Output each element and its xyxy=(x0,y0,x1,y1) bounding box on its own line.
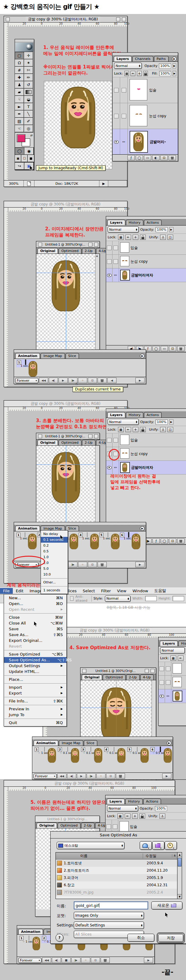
frame-5[interactable]: 5 0.1 sec. xyxy=(127,746,148,754)
layer-style-button[interactable]: ƒ xyxy=(152,538,160,544)
opacity-slider-icon[interactable]: ▶ xyxy=(173,63,176,68)
delay-1.0[interactable]: 1.0 xyxy=(41,554,68,560)
tab-optimized[interactable]: Optimized xyxy=(59,440,81,445)
menu-item-save-as[interactable]: Save As...⇧⌘S xyxy=(4,632,66,638)
menu-file[interactable]: File xyxy=(0,588,13,594)
healing-brush-tool[interactable]: ✚ xyxy=(14,74,24,81)
menu-filter[interactable]: Filter xyxy=(98,588,114,594)
layer-row-lips[interactable]: 입술 xyxy=(112,77,178,103)
layer-set-button[interactable]: ▭ xyxy=(161,346,168,351)
visibility-checkbox[interactable] xyxy=(159,667,164,671)
rewind-button[interactable]: ◀◀ xyxy=(42,958,51,963)
unify-visibility-button[interactable]: ◫ xyxy=(167,235,173,240)
layer-thumbnail[interactable] xyxy=(120,242,129,253)
status-arrow-icon[interactable]: ▶ xyxy=(99,180,108,186)
layer-thumbnail[interactable] xyxy=(130,105,147,126)
tab-4up[interactable]: 4-Up xyxy=(140,675,154,680)
format-select[interactable]: Images Only xyxy=(74,912,144,919)
menu-item-save[interactable]: Save⌘S xyxy=(4,626,66,632)
delete-layer-button[interactable] xyxy=(177,538,184,544)
lock-position-button[interactable]: ✛ xyxy=(133,427,138,432)
dodge-tool[interactable]: ◒ xyxy=(24,95,33,103)
menu-item-export-original[interactable]: Export Original... xyxy=(4,638,66,643)
delete-layer-button[interactable] xyxy=(177,346,184,351)
tab-layers[interactable]: Layers xyxy=(114,56,132,62)
link-checkbox[interactable] xyxy=(114,438,118,442)
tween-button[interactable]: ⁘ xyxy=(81,958,90,963)
brush-tool[interactable]: ✏ xyxy=(24,74,33,81)
layer-thumbnail[interactable] xyxy=(120,256,129,266)
menu-item-file-info[interactable]: File Info...⇧⌘K xyxy=(4,698,66,704)
doc-titlebar[interactable]: Untitled-1 @ 300%(Origi… xyxy=(80,668,156,674)
tab-optimized[interactable]: Optimized xyxy=(103,675,125,680)
menu-item-export[interactable]: Export xyxy=(4,690,66,696)
tab-layers[interactable]: Layers xyxy=(107,412,125,418)
tab-actions[interactable]: Actions xyxy=(144,220,162,225)
doc-titlebar[interactable]: Untitled-1 @ 300%(Origi… xyxy=(36,433,99,439)
file-row[interactable]: 6.창고2004.12.31 xyxy=(56,881,177,889)
layer-set-button[interactable]: ▭ xyxy=(144,155,151,161)
column-name[interactable]: 이름 xyxy=(56,853,143,859)
scroll-right-icon[interactable]: ▶ xyxy=(135,378,144,383)
palette-menu-icon[interactable]: ▶ xyxy=(140,354,144,358)
height-field[interactable] xyxy=(173,596,184,601)
frame-1[interactable]: 1 1 sec. xyxy=(34,746,55,754)
list-scrollbar[interactable]: ▲ ▼ xyxy=(177,853,182,899)
layer-name[interactable]: 금발머리여자 xyxy=(131,269,153,282)
opacity-slider-icon[interactable]: ▶ xyxy=(169,419,173,425)
menu-item-preview-in[interactable]: Preview In xyxy=(4,706,66,712)
visibility-checkbox[interactable] xyxy=(114,88,119,92)
layer-row-lips[interactable] xyxy=(159,662,186,676)
opacity-value[interactable]: 100% xyxy=(156,227,167,232)
scroll-right-icon[interactable]: ▶ xyxy=(162,773,172,779)
layer-row-girl[interactable]: ✏ 금발머리- xyxy=(112,129,178,155)
tab-layers[interactable]: Layers xyxy=(107,799,125,804)
palette-grab-bar[interactable] xyxy=(159,637,186,640)
unify-position-button[interactable]: ⚓ xyxy=(160,427,166,432)
rewind-button[interactable]: ◀◀ xyxy=(39,378,48,383)
screen-mode-standard-button[interactable]: ▣ xyxy=(14,154,21,162)
tab-paths[interactable]: Paths xyxy=(154,56,168,62)
layer-thumbnail[interactable] xyxy=(173,677,182,687)
window-titlebar[interactable]: 금발 copy @ 300% (금발머리여자, RGB) xyxy=(4,201,127,208)
lock-position-button[interactable]: ✛ xyxy=(132,813,138,819)
blend-mode-select[interactable]: Normal xyxy=(107,226,139,232)
layer-thumbnail[interactable] xyxy=(120,462,130,473)
eraser-tool[interactable]: ▰ xyxy=(14,88,24,96)
scroll-thumb[interactable] xyxy=(178,858,181,867)
delay-0.2[interactable]: 0.2 xyxy=(41,542,68,549)
screen-mode-full-menubar-button[interactable]: ☐ xyxy=(21,154,28,162)
vertical-scrollbar[interactable]: ▲▼ xyxy=(95,254,99,361)
frame-thumbnail[interactable] xyxy=(44,747,45,752)
lock-all-button[interactable] xyxy=(140,235,146,240)
tab-optimized[interactable]: Optimized xyxy=(58,822,80,828)
frame-thumbnail[interactable] xyxy=(67,747,68,752)
tab-animation[interactable]: Animation xyxy=(15,526,40,531)
duplicate-frame-button[interactable]: ⊡ xyxy=(88,562,97,567)
network-button[interactable]: ▾ xyxy=(140,841,152,850)
layer-row-brows[interactable]: 눈섭 copy xyxy=(106,255,186,269)
tab-original[interactable]: Original xyxy=(37,822,57,828)
tab-2up[interactable]: 2-Up xyxy=(81,822,95,828)
frame-5[interactable]: 5 1 sec. xyxy=(98,532,117,540)
eye-icon[interactable] xyxy=(107,466,112,469)
column-date[interactable]: 수정일 xyxy=(143,853,172,859)
delete-frame-button[interactable] xyxy=(98,562,107,567)
tab-history[interactable]: History xyxy=(125,799,143,804)
prev-frame-button[interactable]: ◀| xyxy=(67,773,76,779)
menu-item-close[interactable]: Close⌘W xyxy=(4,614,66,620)
palette-menu-icon[interactable]: ▶ xyxy=(172,57,176,61)
smudge-tool[interactable]: ☟ xyxy=(14,95,24,103)
eye-icon[interactable] xyxy=(114,140,119,144)
tab-actions[interactable]: Actions xyxy=(144,412,162,418)
zoom-box-icon[interactable] xyxy=(116,18,120,21)
anti-aliased-checkbox[interactable] xyxy=(70,596,74,601)
visibility-checkbox[interactable] xyxy=(107,438,112,442)
lock-paint-button[interactable]: ✏ xyxy=(125,427,131,432)
rectangular-marquee-tool[interactable]: ▢ xyxy=(14,52,24,59)
close-box-icon[interactable] xyxy=(6,18,10,21)
visibility-checkbox[interactable] xyxy=(159,680,164,685)
menu-item-revert[interactable]: Revert xyxy=(4,643,66,649)
lock-all-button[interactable] xyxy=(143,71,148,76)
notes-tool[interactable]: ▤ xyxy=(14,118,24,125)
